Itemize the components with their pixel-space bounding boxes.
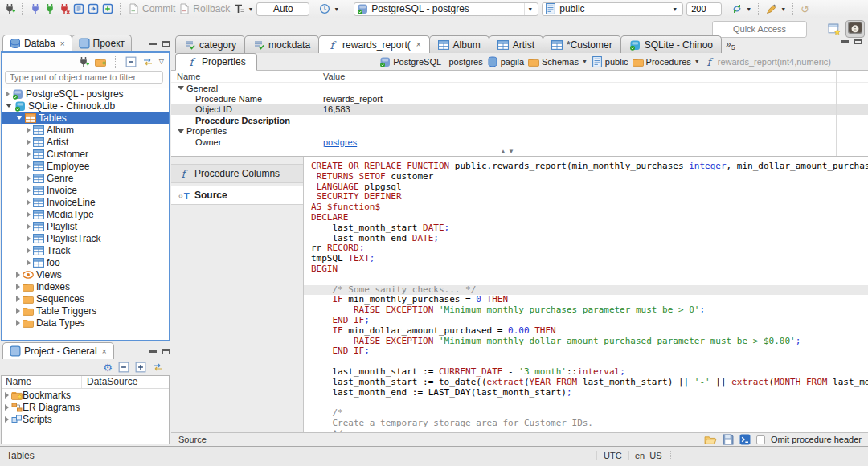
collapsed-arrow-icon[interactable] xyxy=(5,416,9,423)
open-perspective-icon[interactable] xyxy=(828,22,841,35)
collapsed-arrow-icon[interactable] xyxy=(27,127,31,133)
column-datasource[interactable]: DataSource xyxy=(82,376,137,388)
breadcrumb-item-postgresql-postgres[interactable]: PostgreSQL - postgres xyxy=(379,56,482,67)
collapsed-arrow-icon[interactable] xyxy=(6,91,10,97)
collapsed-arrow-icon[interactable] xyxy=(16,284,20,290)
tab-projects[interactable]: Проект xyxy=(72,35,133,51)
editor-tab-album[interactable]: Album xyxy=(429,35,489,53)
open-in-sql-console-icon[interactable] xyxy=(739,434,751,445)
maximize-icon[interactable] xyxy=(854,39,862,44)
tree-item-tables[interactable]: Tables xyxy=(2,112,169,124)
property-row-owner[interactable]: Ownerpostgres xyxy=(171,137,868,147)
breadcrumb-item-procedures[interactable]: Procedures▼ xyxy=(633,56,700,67)
expanded-arrow-icon[interactable] xyxy=(6,104,12,108)
gear-icon[interactable]: ⚙ xyxy=(103,362,113,373)
collapsed-arrow-icon[interactable] xyxy=(16,296,20,302)
new-connection-icon[interactable] xyxy=(4,3,15,14)
tab-properties[interactable]: f Properties xyxy=(175,53,257,71)
property-row-general[interactable]: General xyxy=(171,83,868,93)
collapsed-arrow-icon[interactable] xyxy=(27,199,31,206)
connection-combo[interactable]: PostgreSQL - postgres ▼ xyxy=(354,2,538,16)
query-history-button[interactable]: ▼ xyxy=(319,3,339,14)
tree-item-mediatype[interactable]: MediaType xyxy=(2,208,169,220)
tab-database-navigator[interactable]: Databa × xyxy=(2,35,72,51)
collapsed-arrow-icon[interactable] xyxy=(16,272,20,278)
tree-item-sequences[interactable]: Sequences xyxy=(2,292,169,305)
minimize-icon[interactable] xyxy=(149,350,157,353)
status-locale[interactable]: en_US xyxy=(635,451,671,460)
minimize-icon[interactable] xyxy=(149,43,157,45)
property-row-properties[interactable]: Properties xyxy=(171,126,868,137)
dropdown-arrow-icon[interactable]: ▼ xyxy=(582,59,588,64)
tx-mode-combo[interactable]: Auto xyxy=(256,2,309,16)
editor-tab-rewards-report[interactable]: frewards_report(× xyxy=(318,35,430,53)
breadcrumb-item-schemas[interactable]: Schemas▼ xyxy=(528,56,588,67)
tree-item-track[interactable]: Track xyxy=(2,244,169,256)
recent-sql-editor-icon[interactable] xyxy=(88,3,99,14)
rollback-button[interactable]: Rollback xyxy=(178,3,230,14)
object-filter-input[interactable] xyxy=(5,71,163,84)
expanded-arrow-icon[interactable] xyxy=(16,116,23,120)
tree-item-views[interactable]: Views xyxy=(2,268,169,280)
side-tab-source[interactable]: ‹›TSource xyxy=(171,186,303,205)
tree-item-customer[interactable]: Customer xyxy=(2,148,169,160)
collapsed-arrow-icon[interactable] xyxy=(27,247,31,254)
new-sql-editor-icon[interactable] xyxy=(102,3,113,14)
collapse-all-icon[interactable] xyxy=(125,56,137,67)
editor-tab-sqlite-chinoo[interactable]: SQLite - Chinoo xyxy=(620,35,722,53)
save-to-file-icon[interactable] xyxy=(723,434,734,445)
new-connection-icon[interactable] xyxy=(78,56,89,67)
tree-item-employee[interactable]: Employee xyxy=(2,160,169,172)
connect-icon[interactable] xyxy=(30,3,41,14)
project-item-scripts[interactable]: Scripts xyxy=(2,413,169,425)
collapsed-arrow-icon[interactable] xyxy=(16,320,20,326)
collapsed-arrow-icon[interactable] xyxy=(27,139,31,145)
fetch-size-input[interactable] xyxy=(686,2,722,16)
tree-item-playlist[interactable]: Playlist xyxy=(2,220,169,232)
collapsed-arrow-icon[interactable] xyxy=(27,211,31,218)
tree-item-data-types[interactable]: Data Types xyxy=(2,317,169,329)
link-editor-icon[interactable] xyxy=(152,362,163,373)
property-row-object-id[interactable]: Object ID16,583 xyxy=(171,104,868,115)
collapsed-arrow-icon[interactable] xyxy=(5,392,9,399)
dbeaver-perspective-icon[interactable] xyxy=(848,22,862,34)
maximize-icon[interactable] xyxy=(162,41,170,47)
collapsed-arrow-icon[interactable] xyxy=(27,187,31,194)
group-arrow-icon[interactable] xyxy=(178,86,184,90)
group-arrow-icon[interactable] xyxy=(178,129,184,133)
source-code-view[interactable]: CREATE OR REPLACE FUNCTION public.reward… xyxy=(304,157,868,432)
close-icon[interactable]: × xyxy=(102,347,107,356)
collapsed-arrow-icon[interactable] xyxy=(27,235,31,242)
tree-item-foo[interactable]: foo xyxy=(2,256,169,268)
expand-all-icon[interactable] xyxy=(135,362,146,373)
property-row-procedure-description[interactable]: Procedure Description xyxy=(171,115,868,125)
tree-item-album[interactable]: Album xyxy=(2,124,169,136)
property-value[interactable]: postgres xyxy=(323,137,357,147)
collapsed-arrow-icon[interactable] xyxy=(5,404,9,411)
minimize-icon[interactable] xyxy=(841,40,849,43)
sash-collapse-control[interactable]: ▲▼ xyxy=(500,148,516,155)
editor-tab-category[interactable]: category xyxy=(175,35,245,53)
maximize-icon[interactable] xyxy=(162,349,170,354)
load-from-file-icon[interactable] xyxy=(704,434,717,445)
tree-item-table-triggers[interactable]: Table Triggers xyxy=(2,305,169,317)
schema-combo[interactable]: public ▼ xyxy=(542,2,683,16)
disconnect-icon[interactable] xyxy=(59,3,70,14)
tree-item-indexes[interactable]: Indexes xyxy=(2,280,169,292)
transaction-log-button[interactable]: ▼ xyxy=(233,3,253,14)
commit-button[interactable]: Commit xyxy=(128,3,175,14)
column-name[interactable]: Name xyxy=(2,376,82,388)
collapsed-arrow-icon[interactable] xyxy=(27,151,31,157)
tree-item-invoiceline[interactable]: InvoiceLine xyxy=(2,196,169,208)
tree-item-playlisttrack[interactable]: PlaylistTrack xyxy=(2,232,169,244)
project-item-er-diagrams[interactable]: ER Diagrams xyxy=(2,401,169,413)
reconnect-icon[interactable] xyxy=(44,3,55,14)
editor-tab-mockdata[interactable]: mockdata xyxy=(244,35,319,53)
editor-tab-artist[interactable]: Artist xyxy=(489,35,543,53)
close-icon[interactable]: × xyxy=(60,39,65,48)
dropdown-arrow-icon[interactable]: ▼ xyxy=(694,59,700,64)
breadcrumb-item-pagila[interactable]: pagila xyxy=(487,56,524,67)
grid-header-name[interactable]: Name xyxy=(171,72,323,81)
tree-item-genre[interactable]: Genre xyxy=(2,172,169,184)
tab-overflow-indicator[interactable]: »5 xyxy=(726,35,735,51)
